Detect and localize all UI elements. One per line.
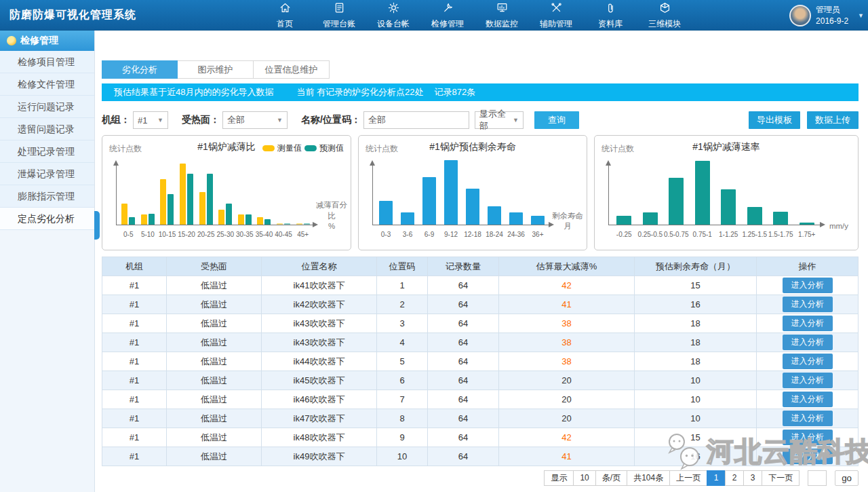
bar-group	[440, 160, 462, 225]
x-tick-label: 3-6	[397, 231, 418, 238]
charts-row: #1锅炉减薄比统计点数测量值预测值0-55-1010-1515-2020-252…	[102, 135, 859, 250]
cell-life: 16	[635, 295, 757, 314]
enter-analysis-button[interactable]: 进入分析	[783, 411, 833, 426]
x-tick-label: 0.75-1	[690, 231, 716, 238]
enter-analysis-button[interactable]: 进入分析	[783, 430, 833, 445]
cell-code: 3	[377, 314, 428, 333]
monitor-icon	[496, 1, 509, 17]
home-icon	[279, 1, 292, 17]
bar	[245, 214, 252, 225]
cell-unit: #1	[102, 352, 167, 371]
main-content: 劣化分析图示维护位置信息维护 预估结果基于近48月内的的劣化导入数据当前 有记录…	[95, 31, 868, 492]
enter-analysis-button[interactable]: 进入分析	[783, 335, 833, 350]
cell-code: 2	[377, 295, 428, 314]
data-upload-button[interactable]: 数据上传	[807, 111, 859, 129]
user-menu[interactable]: 管理员 2016-9-2 ▼	[789, 0, 864, 31]
cell-unit: #1	[102, 428, 167, 447]
avatar[interactable]	[789, 5, 811, 26]
nav-item-ledger[interactable]: 管理台账	[312, 0, 366, 31]
nav-item-wrench[interactable]: 检修管理	[420, 0, 475, 31]
bar	[721, 189, 736, 225]
surface-select[interactable]: 全部 ▼	[222, 111, 288, 129]
x-tick-label: 36+	[527, 231, 549, 238]
sidebar-item[interactable]: 检修项目管理	[0, 51, 94, 73]
nav-item-tools[interactable]: 辅助管理	[529, 0, 583, 31]
bar	[238, 214, 244, 225]
chevron-down-icon: ▼	[513, 117, 519, 124]
tab-位置信息维护[interactable]: 位置信息维护	[254, 60, 330, 79]
x-tick-label: 5-10	[138, 231, 158, 238]
cell-code: 1	[377, 276, 428, 295]
nav-item-cube[interactable]: 三维模块	[637, 0, 692, 31]
x-tick-label: 0.25-0.5	[637, 231, 664, 238]
bar-group	[235, 214, 255, 225]
enter-analysis-button[interactable]: 进入分析	[783, 354, 833, 369]
bar-group	[216, 204, 235, 225]
table-row: #1低温过ik47吹吹器下8642010进入分析	[102, 409, 859, 428]
enter-analysis-button[interactable]: 进入分析	[783, 316, 833, 331]
cell-thinning: 38	[499, 314, 635, 333]
paperclip-icon	[604, 1, 617, 17]
nav-item-monitor[interactable]: 数据监控	[475, 0, 529, 31]
unit-select[interactable]: #1 ▼	[133, 111, 168, 129]
chevron-down-icon: ▼	[157, 117, 163, 124]
prev-page-button[interactable]: 上一页	[669, 470, 707, 486]
cell-unit: #1	[102, 276, 167, 295]
cell-life: 15	[635, 276, 757, 295]
cell-action: 进入分析	[757, 276, 859, 295]
table-row: #1低温过ik43吹吹器下4643818进入分析	[102, 333, 859, 352]
x-tick-label: 20-25	[196, 231, 216, 238]
cell-name: ik43吹吹器下	[262, 333, 377, 352]
enter-analysis-button[interactable]: 进入分析	[783, 278, 833, 293]
cell-name: ik42吹吹器下	[262, 295, 377, 314]
tab-劣化分析[interactable]: 劣化分析	[102, 60, 178, 79]
nav-item-home[interactable]: 首页	[258, 0, 312, 31]
enter-analysis-button[interactable]: 进入分析	[783, 449, 833, 464]
enter-analysis-button[interactable]: 进入分析	[783, 297, 833, 312]
sidebar-item[interactable]: 运行问题记录	[0, 96, 94, 118]
chevron-down-icon[interactable]: ▼	[858, 12, 864, 19]
unit-filter-label: 机组：	[102, 114, 130, 126]
cell-name: ik45吹吹器下	[262, 371, 377, 390]
display-select[interactable]: 显示全部 ▼	[475, 111, 524, 129]
sidebar-item[interactable]: 泄爆记录管理	[0, 163, 94, 185]
query-button[interactable]: 查询	[534, 111, 579, 129]
sidebar-item[interactable]: 定点劣化分析	[0, 208, 94, 230]
bar-group	[742, 207, 768, 225]
tab-图示维护[interactable]: 图示维护	[178, 60, 254, 79]
app-title: 防磨防爆可视化管理系统	[9, 8, 136, 22]
enter-analysis-button[interactable]: 进入分析	[783, 373, 833, 388]
x-tick-label: 0-3	[375, 231, 397, 238]
nav-item-label: 三维模块	[648, 18, 681, 30]
top-bar: 防磨防爆可视化管理系统 首页管理台账设备台帐检修管理数据监控辅助管理资料库三维模…	[0, 0, 868, 31]
page-number-1[interactable]: 1	[707, 470, 726, 486]
table-actions: 导出模板 数据上传	[749, 111, 859, 129]
sidebar-item[interactable]: 处理记录管理	[0, 140, 94, 163]
table-row: #1低温过ik41吹吹器下1644215进入分析	[102, 276, 859, 295]
page-number-3[interactable]: 3	[743, 470, 762, 486]
page-number-2[interactable]: 2	[725, 470, 744, 486]
sidebar-item[interactable]: 膨胀指示管理	[0, 185, 94, 208]
bar-group	[196, 174, 216, 225]
sidebar-item[interactable]: 遗留问题记录	[0, 118, 94, 140]
export-template-button[interactable]: 导出模板	[749, 111, 800, 129]
next-page-button[interactable]: 下一页	[762, 470, 800, 486]
nav-item-gear[interactable]: 设备台帐	[366, 0, 420, 31]
x-axis	[116, 225, 315, 225]
x-tick-label: 0-5	[119, 231, 138, 238]
bar-group	[690, 161, 716, 225]
goto-page-button[interactable]: go	[835, 470, 859, 486]
cell-code: 5	[377, 352, 428, 371]
bar	[379, 201, 393, 225]
cell-name: ik46吹吹器下	[262, 390, 377, 409]
chart-legend: 测量值预测值	[262, 143, 344, 154]
goto-page-input[interactable]	[808, 470, 827, 486]
page-size-select[interactable]: 10	[573, 470, 595, 486]
cell-life: 18	[635, 333, 757, 352]
enter-analysis-button[interactable]: 进入分析	[783, 392, 833, 407]
surface-filter-label: 受热面：	[182, 114, 220, 126]
nav-item-paperclip[interactable]: 资料库	[583, 0, 637, 31]
sidebar-item[interactable]: 检修文件管理	[0, 73, 94, 96]
name-code-input[interactable]	[363, 111, 469, 129]
chart-body: 0-55-1010-1515-2020-2525-3030-3535-4040-…	[102, 155, 351, 250]
